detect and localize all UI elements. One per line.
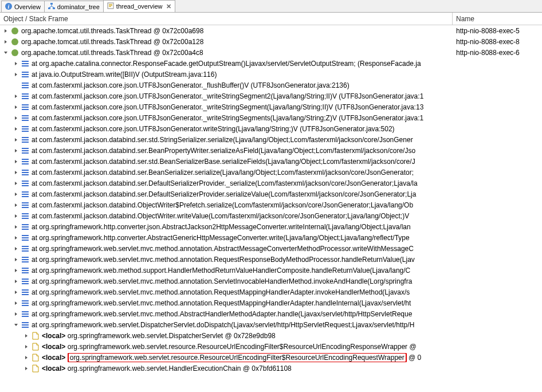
tree-row[interactable]: at org.springframework.web.servlet.mvc.m… xyxy=(0,276,542,287)
tree-row[interactable]: org.apache.tomcat.util.threads.TaskThrea… xyxy=(0,25,542,36)
svg-rect-45 xyxy=(22,170,29,171)
tree-row[interactable]: at com.fasterxml.jackson.core.json.UTF8J… xyxy=(0,80,542,91)
tree-row[interactable]: <local> org.springframework.web.servlet.… xyxy=(0,363,542,374)
column-name[interactable]: Name xyxy=(453,13,542,25)
expand-closed-icon[interactable] xyxy=(13,234,19,241)
row-label: at org.springframework.web.servlet.mvc.m… xyxy=(32,299,411,307)
svg-rect-71 xyxy=(22,261,29,262)
tree-row[interactable]: at org.springframework.web.servlet.mvc.m… xyxy=(0,287,542,297)
tree-row[interactable]: at com.fasterxml.jackson.core.json.UTF8J… xyxy=(0,91,542,101)
svg-rect-47 xyxy=(22,174,29,175)
expand-closed-icon[interactable] xyxy=(13,126,19,132)
tree-row[interactable]: at com.fasterxml.jackson.databind.Object… xyxy=(0,210,542,221)
stack-icon xyxy=(21,266,30,275)
svg-rect-39 xyxy=(22,148,29,149)
tree-row[interactable]: org.apache.tomcat.util.threads.TaskThrea… xyxy=(0,47,542,58)
svg-rect-46 xyxy=(22,172,29,173)
stack-icon xyxy=(21,135,30,144)
tree-row[interactable]: at org.springframework.http.converter.Ab… xyxy=(0,232,542,243)
tree-row[interactable]: at com.fasterxml.jackson.databind.Object… xyxy=(0,199,542,210)
tree-row[interactable]: at com.fasterxml.jackson.databind.ser.De… xyxy=(0,178,542,189)
expand-closed-icon[interactable] xyxy=(13,300,19,307)
expand-closed-icon[interactable] xyxy=(13,104,19,111)
tree-row[interactable]: at com.fasterxml.jackson.databind.ser.st… xyxy=(0,134,542,145)
tree-row[interactable]: at com.fasterxml.jackson.databind.ser.Be… xyxy=(0,145,542,156)
expand-closed-icon[interactable] xyxy=(23,354,30,361)
expand-closed-icon[interactable] xyxy=(13,224,19,230)
tree-row[interactable]: at org.springframework.web.servlet.Dispa… xyxy=(0,319,542,330)
tree-row[interactable]: at com.fasterxml.jackson.databind.ser.Be… xyxy=(0,167,542,178)
expand-closed-icon[interactable] xyxy=(2,28,9,34)
tree-row[interactable]: at com.fasterxml.jackson.databind.ser.De… xyxy=(0,189,542,199)
row-label: at com.fasterxml.jackson.databind.ser.Be… xyxy=(32,147,415,155)
expand-closed-icon[interactable] xyxy=(13,147,19,154)
tree-row[interactable]: at org.springframework.web.servlet.mvc.m… xyxy=(0,308,542,319)
row-label: at com.fasterxml.jackson.databind.ser.De… xyxy=(32,179,418,187)
expand-closed-icon[interactable] xyxy=(13,267,19,274)
expand-open-icon[interactable] xyxy=(13,322,19,328)
expand-closed-icon[interactable] xyxy=(13,213,19,219)
file-icon xyxy=(31,353,40,362)
svg-rect-54 xyxy=(22,202,29,203)
expand-closed-icon[interactable] xyxy=(23,365,30,372)
expand-closed-icon[interactable] xyxy=(13,180,19,187)
file-icon xyxy=(31,331,40,340)
svg-rect-87 xyxy=(22,322,29,323)
expand-closed-icon[interactable] xyxy=(13,289,19,296)
tree-row[interactable]: at org.springframework.web.servlet.mvc.m… xyxy=(0,297,542,308)
tree-row[interactable]: <local> org.springframework.web.servlet.… xyxy=(0,352,542,363)
expand-closed-icon[interactable] xyxy=(2,38,9,45)
expand-closed-icon[interactable] xyxy=(13,202,19,209)
tree-row[interactable]: <local> org.springframework.web.servlet.… xyxy=(0,341,542,352)
stack-icon xyxy=(21,157,30,166)
tree-row[interactable]: org.apache.tomcat.util.threads.TaskThrea… xyxy=(0,36,542,47)
expand-closed-icon[interactable] xyxy=(13,245,19,252)
row-label: <local> org.springframework.web.servlet.… xyxy=(42,354,421,362)
expand-closed-icon[interactable] xyxy=(13,256,19,263)
expand-closed-icon[interactable] xyxy=(13,71,19,78)
svg-rect-24 xyxy=(22,93,29,95)
expand-closed-icon[interactable] xyxy=(13,191,19,198)
stack-icon xyxy=(21,146,30,155)
svg-rect-67 xyxy=(22,248,29,249)
expand-closed-icon[interactable] xyxy=(13,93,19,100)
column-object[interactable]: Object / Stack Frame xyxy=(0,13,453,25)
tree-row[interactable]: at com.fasterxml.jackson.core.json.UTF8J… xyxy=(0,101,542,112)
row-label: at org.springframework.web.servlet.mvc.m… xyxy=(32,277,412,285)
tree-row[interactable]: at com.fasterxml.jackson.databind.ser.st… xyxy=(0,156,542,167)
svg-rect-49 xyxy=(22,183,29,184)
expand-closed-icon[interactable] xyxy=(13,60,19,67)
row-label: at org.springframework.web.servlet.Dispa… xyxy=(32,321,414,329)
expand-closed-icon[interactable] xyxy=(13,169,19,176)
svg-rect-84 xyxy=(22,311,29,312)
svg-rect-75 xyxy=(22,279,29,280)
tree-row[interactable]: <local> org.springframework.web.servlet.… xyxy=(0,330,542,341)
svg-rect-79 xyxy=(22,292,29,293)
tab-dominator-tree[interactable]: dominator_tree xyxy=(44,1,104,12)
tab-overview[interactable]: i Overview xyxy=(1,1,45,12)
expand-closed-icon[interactable] xyxy=(23,343,30,350)
tree-row[interactable]: at org.apache.catalina.connector.Respons… xyxy=(0,58,542,69)
tree-row[interactable]: at com.fasterxml.jackson.core.json.UTF8J… xyxy=(0,112,542,123)
expand-open-icon[interactable] xyxy=(2,49,9,56)
tree-row[interactable]: at org.springframework.web.servlet.mvc.m… xyxy=(0,254,542,265)
tab-thread-overview[interactable]: thread_overview ✕ xyxy=(103,0,175,12)
expand-closed-icon[interactable] xyxy=(13,115,19,121)
svg-rect-52 xyxy=(22,194,29,195)
close-icon[interactable]: ✕ xyxy=(166,3,171,10)
tree-row[interactable]: at org.springframework.http.converter.js… xyxy=(0,221,542,232)
expand-closed-icon[interactable] xyxy=(13,158,19,165)
svg-rect-48 xyxy=(22,181,29,182)
tree-view[interactable]: org.apache.tomcat.util.threads.TaskThrea… xyxy=(0,25,542,392)
tree-row[interactable]: at com.fasterxml.jackson.core.json.UTF8J… xyxy=(0,123,542,134)
svg-rect-11 xyxy=(109,6,111,7)
expand-closed-icon[interactable] xyxy=(13,136,19,143)
svg-rect-77 xyxy=(22,283,29,284)
tree-row[interactable]: at java.io.OutputStream.write([BII)V (Ou… xyxy=(0,69,542,80)
expand-closed-icon[interactable] xyxy=(13,311,19,317)
tree-row[interactable]: at org.springframework.web.method.suppor… xyxy=(0,265,542,276)
expand-closed-icon[interactable] xyxy=(13,278,19,285)
svg-rect-56 xyxy=(22,207,29,208)
expand-closed-icon[interactable] xyxy=(23,332,30,339)
tree-row[interactable]: at org.springframework.web.servlet.mvc.m… xyxy=(0,243,542,254)
